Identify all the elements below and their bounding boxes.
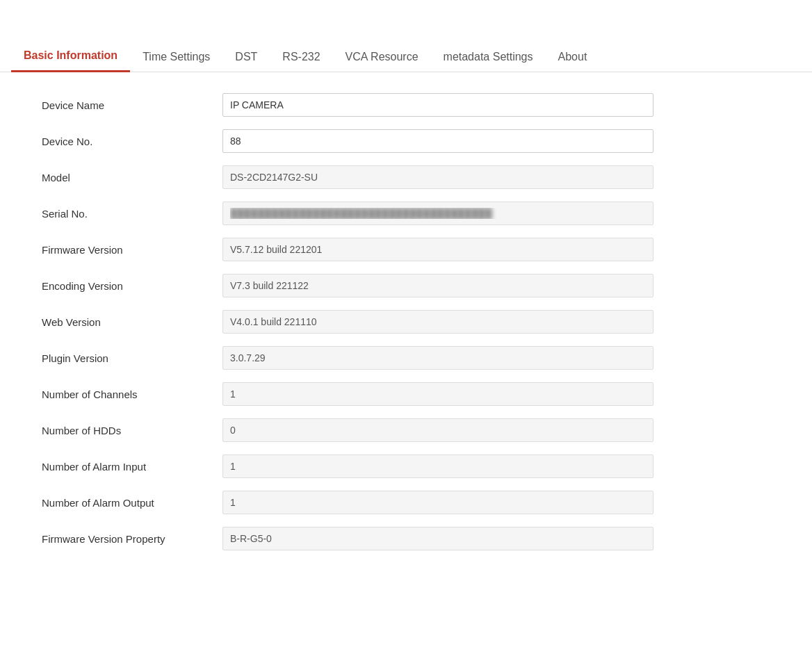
form-row-encoding-version: Encoding Version (42, 274, 770, 297)
input-device-no[interactable] (222, 129, 653, 153)
value-wrapper-web-version (222, 310, 653, 334)
value-wrapper-number-of-alarm-output (222, 491, 653, 514)
tab-dst[interactable]: DST (222, 42, 270, 72)
form-row-firmware-version: Firmware Version (42, 238, 770, 261)
form-row-serial-no: Serial No. (42, 202, 770, 225)
label-number-of-alarm-input: Number of Alarm Input (42, 461, 222, 473)
input-firmware-version-property (222, 527, 653, 550)
form-row-number-of-hdds: Number of HDDs (42, 418, 770, 442)
tab-vca-resource[interactable]: VCA Resource (333, 42, 431, 72)
value-wrapper-number-of-alarm-input (222, 455, 653, 478)
label-serial-no: Serial No. (42, 208, 222, 220)
value-wrapper-device-name (222, 93, 653, 117)
value-wrapper-device-no (222, 129, 653, 153)
value-wrapper-firmware-version-property (222, 527, 653, 550)
tab-basic-information[interactable]: Basic Information (11, 41, 130, 72)
label-number-of-alarm-output: Number of Alarm Output (42, 497, 222, 509)
form-row-device-name: Device Name (42, 93, 770, 117)
label-device-no: Device No. (42, 136, 222, 147)
value-wrapper-number-of-hdds (222, 418, 653, 442)
value-wrapper-model (222, 165, 653, 189)
input-number-of-hdds (222, 418, 653, 442)
value-wrapper-plugin-version (222, 346, 653, 370)
tab-time-settings[interactable]: Time Settings (130, 42, 222, 72)
form-row-firmware-version-property: Firmware Version Property (42, 527, 770, 550)
label-encoding-version: Encoding Version (42, 280, 222, 292)
input-serial-no (222, 202, 653, 225)
input-model (222, 165, 653, 189)
form-row-number-of-alarm-output: Number of Alarm Output (42, 491, 770, 514)
label-device-name: Device Name (42, 99, 222, 111)
tab-about[interactable]: About (546, 42, 600, 72)
form-row-model: Model (42, 165, 770, 189)
input-number-of-channels (222, 382, 653, 406)
input-device-name[interactable] (222, 93, 653, 117)
value-wrapper-number-of-channels (222, 382, 653, 406)
value-wrapper-encoding-version (222, 274, 653, 297)
nav-tabs: Basic InformationTime SettingsDSTRS-232V… (0, 0, 812, 72)
label-web-version: Web Version (42, 316, 222, 328)
value-wrapper-firmware-version (222, 238, 653, 261)
form-row-number-of-channels: Number of Channels (42, 382, 770, 406)
label-plugin-version: Plugin Version (42, 352, 222, 364)
form-row-web-version: Web Version (42, 310, 770, 334)
label-number-of-hdds: Number of HDDs (42, 425, 222, 436)
label-firmware-version: Firmware Version (42, 244, 222, 256)
label-number-of-channels: Number of Channels (42, 388, 222, 400)
input-number-of-alarm-input (222, 455, 653, 478)
label-firmware-version-property: Firmware Version Property (42, 533, 222, 545)
form-row-number-of-alarm-input: Number of Alarm Input (42, 455, 770, 478)
input-encoding-version (222, 274, 653, 297)
form-row-device-no: Device No. (42, 129, 770, 153)
value-wrapper-serial-no (222, 202, 653, 225)
tab-metadata-settings[interactable]: metadata Settings (431, 42, 546, 72)
form-row-plugin-version: Plugin Version (42, 346, 770, 370)
input-firmware-version (222, 238, 653, 261)
input-web-version (222, 310, 653, 334)
main-content: Device NameDevice No.ModelSerial No.Firm… (0, 72, 812, 584)
tab-rs-232[interactable]: RS-232 (270, 42, 332, 72)
input-plugin-version (222, 346, 653, 370)
label-model: Model (42, 172, 222, 183)
input-number-of-alarm-output (222, 491, 653, 514)
